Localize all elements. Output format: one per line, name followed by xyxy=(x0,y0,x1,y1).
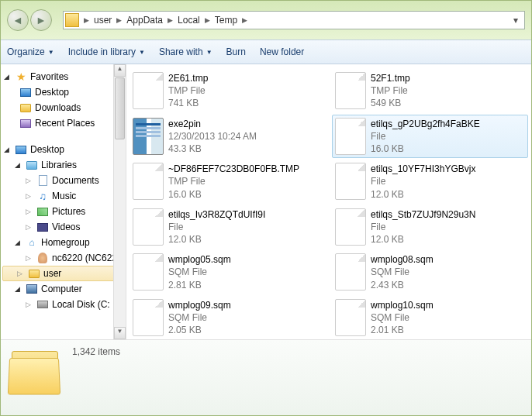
file-item[interactable]: 2E61.tmpTMP File741 KB xyxy=(130,69,326,113)
sidebar-scrollbar[interactable]: ▲ ▼ xyxy=(113,64,126,339)
file-item[interactable]: etilqs_10YF7HI3hYGBvjxFile12.0 KB xyxy=(332,160,528,204)
address-dropdown[interactable]: ▾ xyxy=(509,15,523,26)
desktop-icon xyxy=(16,146,26,154)
file-item[interactable]: etilqs_Iv3R8ZQTdUIfI9IFile12.0 KB xyxy=(130,205,326,249)
scroll-thumb[interactable] xyxy=(115,77,125,139)
tree-item-nc6220[interactable]: ▷nc6220 (NC622 xyxy=(1,250,126,266)
file-size: 16.0 KB xyxy=(168,188,299,201)
breadcrumb[interactable]: Temp xyxy=(212,15,240,26)
expand-icon[interactable]: ▷ xyxy=(26,301,33,308)
folder-icon xyxy=(65,13,79,27)
tree-item-computer[interactable]: ◢Computer xyxy=(1,281,126,297)
file-size: 549 KB xyxy=(371,97,410,109)
star-icon: ★ xyxy=(15,70,27,83)
tree-label: Documents xyxy=(52,175,99,186)
file-icon xyxy=(335,72,366,109)
file-item[interactable]: etilqs_Stb7ZUJf9N29u3NFile12.0 KB xyxy=(332,205,528,249)
file-name: wmplog10.sqm xyxy=(371,299,434,311)
file-item[interactable]: 52F1.tmpTMP File549 KB xyxy=(332,69,528,113)
expand-icon[interactable]: ▷ xyxy=(17,270,25,277)
file-type: SQM File xyxy=(371,311,434,324)
file-size: 741 KB xyxy=(168,97,208,109)
collapse-icon[interactable]: ◢ xyxy=(15,239,22,246)
burn-button[interactable]: Burn xyxy=(226,46,246,57)
file-name: wmplog09.sqm xyxy=(168,299,231,311)
tree-item-libraries[interactable]: ◢Libraries xyxy=(1,157,126,173)
file-type: SQM File xyxy=(168,311,231,324)
back-button[interactable]: ◄ xyxy=(7,9,29,31)
file-size: 2.01 KB xyxy=(371,324,434,336)
tree-label: Pictures xyxy=(52,206,85,217)
file-icon xyxy=(133,299,164,336)
chevron-right-icon[interactable]: ▶ xyxy=(82,16,91,24)
titlebar: ◄ ► ▶ user ▶ AppData ▶ Local ▶ Temp ▶ ▾ xyxy=(1,1,531,40)
file-type: SQM File xyxy=(168,266,231,278)
file-icon xyxy=(335,208,366,246)
tree-item-desktop-root[interactable]: ◢Desktop xyxy=(1,142,126,157)
tree-item-user[interactable]: ▷user xyxy=(2,266,124,281)
breadcrumb[interactable]: user xyxy=(91,15,115,26)
file-name: etilqs_10YF7HI3hYGBvjx xyxy=(371,163,475,175)
tree-item-favorites[interactable]: ◢★Favorites xyxy=(1,69,126,84)
file-type: File xyxy=(371,221,475,233)
expand-icon[interactable]: ▷ xyxy=(26,254,33,262)
file-item[interactable]: etilqs_gP2UBg2fh4FaBKEFile16.0 KB xyxy=(332,115,528,159)
address-bar[interactable]: ▶ user ▶ AppData ▶ Local ▶ Temp ▶ ▾ xyxy=(63,11,525,29)
folder-icon xyxy=(20,104,31,112)
user-icon xyxy=(38,253,47,263)
file-type: File xyxy=(168,221,265,233)
file-type: TMP File xyxy=(168,175,299,187)
file-size: 2.43 KB xyxy=(371,279,434,291)
scroll-up-button[interactable]: ▲ xyxy=(114,64,126,77)
breadcrumb[interactable]: AppData xyxy=(123,15,166,26)
expand-icon[interactable]: ▷ xyxy=(26,192,33,200)
computer-icon xyxy=(26,284,37,294)
tree-label: nc6220 (NC622 xyxy=(52,253,117,263)
expand-icon[interactable]: ▷ xyxy=(26,223,33,231)
organize-menu[interactable]: Organize▼ xyxy=(7,46,54,57)
tree-label: Favorites xyxy=(30,71,68,82)
tree-item-downloads[interactable]: Downloads xyxy=(1,100,126,115)
item-count: 1,342 items xyxy=(72,345,120,357)
file-item[interactable]: exe2pin12/30/2013 10:24 AM43.3 KB xyxy=(130,115,326,159)
collapse-icon[interactable]: ◢ xyxy=(15,285,22,293)
file-list[interactable]: 2E61.tmpTMP File741 KB52F1.tmpTMP File54… xyxy=(126,64,531,339)
chevron-right-icon[interactable]: ▶ xyxy=(115,16,123,24)
tree-item-pictures[interactable]: ▷Pictures xyxy=(1,204,126,219)
pictures-icon xyxy=(37,208,48,216)
scroll-down-button[interactable]: ▼ xyxy=(114,327,126,339)
collapse-icon[interactable]: ◢ xyxy=(4,73,12,81)
file-type: 12/30/2013 10:24 AM xyxy=(168,130,257,143)
expand-icon[interactable]: ▷ xyxy=(26,177,33,184)
breadcrumb[interactable]: Local xyxy=(174,15,203,26)
share-with-menu[interactable]: Share with▼ xyxy=(159,46,212,57)
new-folder-button[interactable]: New folder xyxy=(260,46,304,57)
tree-label: Libraries xyxy=(41,160,77,170)
file-name: etilqs_Iv3R8ZQTdUIfI9I xyxy=(168,208,265,221)
chevron-right-icon[interactable]: ▶ xyxy=(240,16,249,24)
tree-item-homegroup[interactable]: ◢⌂Homegroup xyxy=(1,235,126,250)
chevron-right-icon[interactable]: ▶ xyxy=(203,16,212,24)
file-item[interactable]: wmplog09.sqmSQM File2.05 KB xyxy=(130,296,326,339)
tree-item-music[interactable]: ▷♫Music xyxy=(1,188,126,204)
file-size: 16.0 KB xyxy=(371,143,480,155)
collapse-icon[interactable]: ◢ xyxy=(4,146,12,153)
file-item[interactable]: wmplog10.sqmSQM File2.01 KB xyxy=(332,296,528,339)
file-size: 2.05 KB xyxy=(168,324,231,336)
include-library-menu[interactable]: Include in library▼ xyxy=(68,46,145,57)
collapse-icon[interactable]: ◢ xyxy=(15,161,22,169)
chevron-right-icon[interactable]: ▶ xyxy=(166,16,174,24)
expand-icon[interactable]: ▷ xyxy=(26,208,33,215)
forward-button[interactable]: ► xyxy=(30,9,52,31)
file-size: 43.3 KB xyxy=(168,143,257,155)
file-icon xyxy=(335,253,366,291)
file-item[interactable]: wmplog08.sqmSQM File2.43 KB xyxy=(332,250,528,294)
tree-item-videos[interactable]: ▷Videos xyxy=(1,219,126,235)
file-item[interactable]: wmplog05.sqmSQM File2.81 KB xyxy=(130,250,326,294)
tree-item-local-disk[interactable]: ▷Local Disk (C: xyxy=(1,297,126,312)
document-icon xyxy=(39,175,47,186)
tree-item-recent[interactable]: Recent Places xyxy=(1,115,126,131)
tree-item-documents[interactable]: ▷Documents xyxy=(1,173,126,188)
file-item[interactable]: ~DF86FEF7C23DB0F0FB.TMPTMP File16.0 KB xyxy=(130,160,326,204)
tree-item-desktop[interactable]: Desktop xyxy=(1,84,126,100)
